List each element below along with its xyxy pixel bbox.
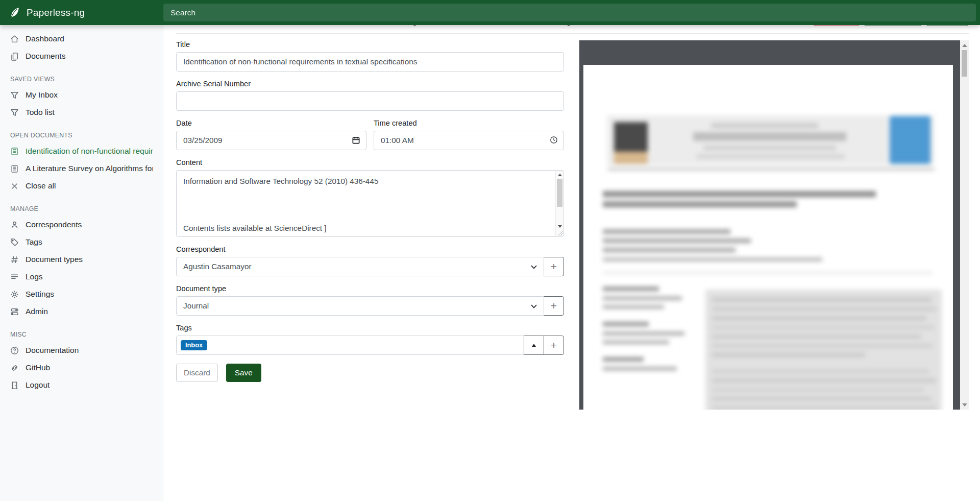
tag-badge-inbox[interactable]: Inbox bbox=[181, 340, 207, 351]
sidebar-section-manage: MANAGE bbox=[0, 195, 163, 216]
file-text-icon bbox=[10, 147, 19, 156]
question-circle-icon bbox=[10, 346, 19, 355]
sidebar-section-saved-views: SAVED VIEWS bbox=[0, 65, 163, 86]
plus-icon: + bbox=[551, 261, 557, 272]
hash-icon bbox=[10, 255, 19, 264]
title-field[interactable] bbox=[176, 52, 564, 71]
caret-up-icon bbox=[532, 344, 536, 347]
sidebar-section-misc: MISC bbox=[0, 320, 163, 342]
scroll-down-icon[interactable] bbox=[556, 223, 564, 230]
house-icon bbox=[10, 35, 19, 43]
gear-icon bbox=[10, 290, 19, 299]
document-type-select[interactable]: Journal bbox=[176, 296, 544, 316]
sidebar-item-dashboard[interactable]: Dashboard bbox=[0, 30, 163, 47]
tags-label: Tags bbox=[176, 324, 564, 332]
time-created-label: Time created bbox=[374, 119, 564, 127]
pdf-page-content-blurred bbox=[583, 65, 953, 410]
main-content: Identification of non-functional require… bbox=[163, 0, 980, 410]
toggles-icon bbox=[10, 307, 19, 316]
add-correspondent-button[interactable]: + bbox=[544, 257, 564, 276]
add-tag-button[interactable]: + bbox=[544, 336, 564, 355]
correspondent-select[interactable]: Agustin Casamayor bbox=[176, 257, 544, 276]
date-label: Date bbox=[176, 119, 366, 127]
sidebar-item-logs[interactable]: Logs bbox=[0, 268, 163, 285]
sidebar-item-open-doc-2[interactable]: A Literature Survey on Algorithms for Mu… bbox=[0, 160, 163, 177]
file-text-icon bbox=[10, 164, 19, 173]
chevron-down-icon bbox=[531, 265, 537, 269]
person-icon bbox=[10, 221, 19, 229]
scroll-down-icon[interactable] bbox=[960, 401, 969, 409]
asn-label: Archive Serial Number bbox=[176, 80, 564, 88]
brand[interactable]: Paperless-ng bbox=[0, 7, 163, 18]
scroll-up-icon[interactable] bbox=[556, 171, 564, 178]
plus-icon: + bbox=[551, 340, 557, 350]
sidebar-item-logout[interactable]: Logout bbox=[0, 376, 163, 394]
content-scrollbar[interactable] bbox=[555, 171, 563, 236]
sidebar-item-document-types[interactable]: Document types bbox=[0, 251, 163, 268]
tags-field[interactable]: Inbox bbox=[176, 336, 524, 355]
title-label: Title bbox=[176, 40, 564, 49]
sidebar-item-admin[interactable]: Admin bbox=[0, 303, 163, 320]
save-button[interactable]: Save bbox=[226, 364, 261, 382]
tags-dropdown-toggle[interactable] bbox=[524, 336, 544, 355]
sidebar-item-close-all[interactable]: Close all bbox=[0, 177, 163, 195]
sidebar-item-my-inbox[interactable]: My Inbox bbox=[0, 86, 163, 104]
sidebar-item-documents[interactable]: Documents bbox=[0, 47, 163, 65]
sidebar-item-todo-list[interactable]: Todo list bbox=[0, 104, 163, 121]
content-text: Information and Software Technology 52 (… bbox=[177, 171, 555, 236]
asn-field[interactable] bbox=[176, 91, 564, 111]
sidebar-section-open-documents: OPEN DOCUMENTS bbox=[0, 121, 163, 142]
list-lines-icon bbox=[10, 273, 19, 281]
tag-icon bbox=[10, 238, 19, 247]
brand-name: Paperless-ng bbox=[27, 7, 85, 18]
plus-icon: + bbox=[551, 300, 557, 311]
pdf-viewer[interactable] bbox=[579, 40, 960, 410]
door-icon bbox=[10, 381, 19, 390]
sidebar-item-correspondents[interactable]: Correspondents bbox=[0, 216, 163, 233]
sidebar-item-open-doc-1[interactable]: Identification of non-functional require… bbox=[0, 142, 163, 160]
time-created-field[interactable]: 01:00 AM bbox=[374, 131, 564, 150]
resize-handle-icon[interactable] bbox=[558, 231, 563, 236]
calendar-icon[interactable] bbox=[352, 136, 360, 145]
scroll-up-icon[interactable] bbox=[960, 41, 969, 49]
documents-icon bbox=[10, 52, 19, 61]
document-edit-form: Title Archive Serial Number Date 03/25/2… bbox=[176, 40, 564, 410]
date-field[interactable]: 03/25/2009 bbox=[176, 131, 366, 150]
scrollbar-thumb[interactable] bbox=[557, 179, 562, 207]
document-type-label: Document type bbox=[176, 284, 564, 293]
link-icon bbox=[10, 364, 19, 372]
sidebar: Dashboard Documents SAVED VIEWS My Inbox… bbox=[0, 25, 163, 501]
title-divider bbox=[176, 33, 969, 34]
sidebar-item-settings[interactable]: Settings bbox=[0, 285, 163, 303]
sidebar-item-tags[interactable]: Tags bbox=[0, 233, 163, 251]
close-icon bbox=[10, 182, 19, 190]
content-label: Content bbox=[176, 158, 564, 166]
leaf-icon bbox=[9, 7, 20, 18]
funnel-icon bbox=[10, 108, 19, 117]
document-preview bbox=[579, 40, 969, 410]
pdf-scrollbar-thumb[interactable] bbox=[962, 50, 967, 77]
content-textarea[interactable]: Information and Software Technology 52 (… bbox=[176, 170, 564, 237]
funnel-icon bbox=[10, 91, 19, 100]
clock-icon[interactable] bbox=[550, 136, 558, 144]
sidebar-item-github[interactable]: GitHub bbox=[0, 359, 163, 376]
search-input[interactable] bbox=[163, 4, 976, 21]
pdf-page bbox=[583, 65, 953, 410]
correspondent-label: Correspondent bbox=[176, 245, 564, 253]
top-navbar: Paperless-ng bbox=[0, 0, 980, 25]
chevron-down-icon bbox=[531, 304, 537, 308]
add-document-type-button[interactable]: + bbox=[544, 296, 564, 316]
pdf-scrollbar[interactable] bbox=[960, 40, 969, 410]
sidebar-item-documentation[interactable]: Documentation bbox=[0, 342, 163, 359]
discard-button[interactable]: Discard bbox=[176, 364, 218, 382]
